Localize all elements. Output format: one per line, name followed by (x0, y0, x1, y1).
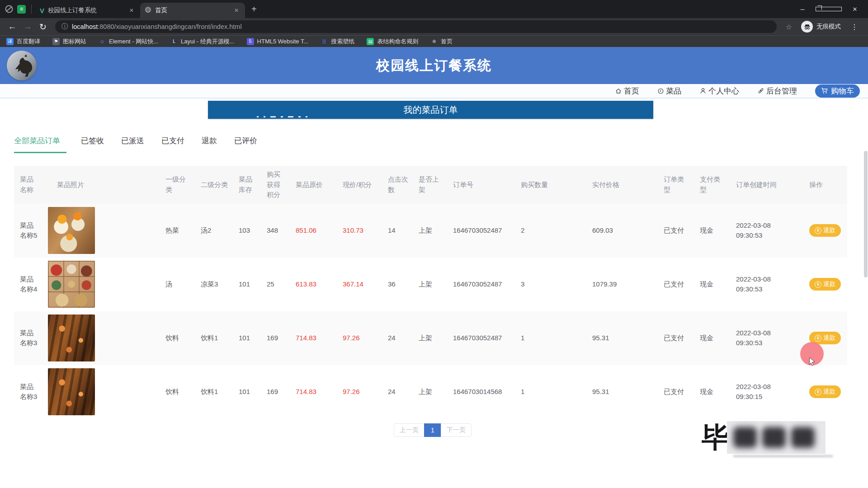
cell-actions: ¥退款 (803, 278, 847, 291)
orders-table: 菜品名称菜品照片一级分类二级分类菜品库存购买获得积分菜品原价现价/积分点击次数是… (14, 166, 847, 419)
yen-icon: ¥ (815, 389, 821, 395)
refresh-button[interactable]: ↻ (36, 20, 50, 33)
pagination: 上一页 1 下一页 (394, 423, 472, 437)
refund-label: 退款 (823, 226, 835, 235)
bookmark-item[interactable]: 5HTML5 Website T... (247, 38, 309, 45)
refund-button[interactable]: ¥退款 (809, 385, 841, 398)
bookmark-favicon: 5 (247, 38, 254, 45)
pagination-prev-button[interactable]: 上一页 (394, 423, 425, 437)
refund-label: 退款 (823, 388, 835, 396)
url-path: :8080/xiaoyuanxianshangdingcan/front/ind… (98, 23, 241, 30)
cell-actions: ¥退款 (803, 224, 847, 237)
bookmark-favicon: 译 (6, 38, 14, 45)
cell-dish-photo (42, 368, 160, 415)
close-tab-icon[interactable]: ✕ (232, 6, 241, 14)
cell-original-price: 851.06 (290, 225, 337, 236)
pagination-current-page[interactable]: 1 (424, 423, 441, 437)
yen-icon: ¥ (815, 335, 821, 342)
order-tab[interactable]: 退款 (199, 136, 220, 153)
browser-tab[interactable]: 首页✕ (140, 3, 245, 18)
order-tab[interactable]: 已支付 (159, 136, 187, 153)
cell-original-price: 714.83 (290, 387, 337, 397)
close-window-button[interactable]: ✕ (842, 0, 868, 18)
refund-button[interactable]: ¥退款 (809, 278, 841, 291)
nav-item-home[interactable]: 首页 (615, 86, 639, 96)
bookmark-favicon: L (170, 38, 178, 45)
globe-icon (145, 6, 151, 14)
tab-title: 首页 (155, 6, 229, 14)
refund-button[interactable]: ¥退款 (809, 224, 841, 237)
column-header: 订单号 (447, 176, 515, 194)
created-date: 2022-03-08 (736, 382, 800, 392)
back-button[interactable]: ← (5, 20, 19, 33)
refund-label: 退款 (823, 280, 835, 288)
bookmark-star-icon[interactable]: ☆ (782, 23, 796, 31)
created-date: 2022-03-08 (736, 221, 800, 231)
table-row: 菜品名称4汤凉菜310125613.83367.1436上架1646703052… (14, 258, 847, 311)
cart-button[interactable]: 购物车 (815, 84, 860, 98)
minimize-button[interactable]: ─ (789, 0, 816, 18)
cell-category1: 饮料 (160, 333, 195, 343)
cart-icon (821, 87, 828, 94)
order-tab[interactable]: 已派送 (118, 136, 147, 153)
bookmark-item[interactable]: ▤表结构命名规则 (367, 38, 418, 46)
nav-label: 个人中心 (708, 86, 739, 96)
column-header: 支付类型 (694, 171, 730, 198)
cell-listed: 上架 (413, 279, 447, 290)
cell-listed: 上架 (413, 387, 447, 397)
table-header-row: 菜品名称菜品照片一级分类二级分类菜品库存购买获得积分菜品原价现价/积分点击次数是… (14, 166, 847, 204)
restore-button[interactable] (816, 0, 842, 18)
order-tab[interactable]: 已签收 (78, 136, 107, 153)
column-header: 操作 (803, 176, 847, 194)
bookmark-label: 百度翻译 (17, 38, 40, 46)
cell-paid-price: 1079.39 (586, 279, 658, 290)
url-bar[interactable]: ⓘ localhost:8080/xiaoyuanxianshangdingca… (55, 20, 777, 33)
bookmark-label: 首页 (441, 38, 453, 46)
cell-clicks: 36 (382, 279, 413, 290)
window-controls: ─ ✕ (789, 0, 868, 18)
cart-label: 购物车 (831, 86, 854, 96)
cell-dish-photo (42, 314, 160, 361)
cell-category1: 饮料 (160, 387, 195, 397)
cell-order-type: 已支付 (658, 333, 694, 343)
tab-title: 校园线上订餐系统 (48, 6, 124, 14)
bookmark-item[interactable]: 译百度翻译 (6, 38, 40, 46)
order-tab[interactable]: 全部菜品订单 (14, 136, 66, 153)
bookmark-item[interactable]: |||搜索壁纸 (321, 38, 354, 46)
cell-order-type: 已支付 (658, 387, 694, 397)
yen-icon: ¥ (815, 281, 821, 288)
cell-dish-photo (42, 261, 160, 308)
bookmark-label: Layui - 经典开源模... (181, 38, 234, 46)
nav-item-user[interactable]: 个人中心 (699, 86, 739, 96)
bird-logo-icon (9, 52, 35, 79)
table-body: 菜品名称5热菜汤2103348851.06310.7314上架164670305… (14, 204, 847, 419)
nav-item-link[interactable]: 后台管理 (757, 86, 797, 96)
cell-paid-price: 95.31 (586, 333, 658, 343)
close-tab-icon[interactable]: ✕ (127, 6, 136, 14)
bookmark-item[interactable]: ⚑图标网站 (52, 38, 86, 46)
order-status-tabs: 全部菜品订单已签收已派送已支付退款已评价 (14, 136, 260, 153)
page-info-icon[interactable]: ⓘ (61, 23, 68, 31)
cell-stock: 103 (233, 225, 261, 236)
cell-clicks: 24 (382, 387, 413, 397)
incognito-icon (801, 21, 813, 33)
new-tab-button[interactable]: + (245, 4, 263, 18)
browser-tab[interactable]: V校园线上订餐系统✕ (35, 3, 140, 18)
bookmark-item[interactable]: LLayui - 经典开源模... (170, 38, 234, 46)
bookmark-item[interactable]: ⊕首页 (430, 38, 453, 46)
cell-created-time: 2022-03-0809:30:53 (730, 328, 803, 348)
cell-quantity: 1 (515, 333, 586, 343)
column-header: 菜品原价 (290, 176, 337, 194)
nav-item-clock[interactable]: 菜品 (657, 86, 681, 96)
order-tab[interactable]: 已评价 (231, 136, 260, 153)
extension-icon[interactable]: ≡ (17, 0, 26, 18)
forward-button[interactable]: → (21, 20, 34, 33)
clock-icon (657, 88, 664, 94)
browser-menu-icon[interactable]: ⋮ (846, 23, 863, 31)
bookmark-item[interactable]: ◇Element - 网站快... (99, 38, 158, 46)
cell-actions: ¥退款 (803, 385, 847, 398)
cell-stock: 101 (233, 387, 261, 397)
bookmark-label: 搜索壁纸 (331, 38, 354, 46)
pagination-next-button[interactable]: 下一页 (441, 423, 472, 437)
page-scrollbar-thumb[interactable] (864, 151, 868, 277)
